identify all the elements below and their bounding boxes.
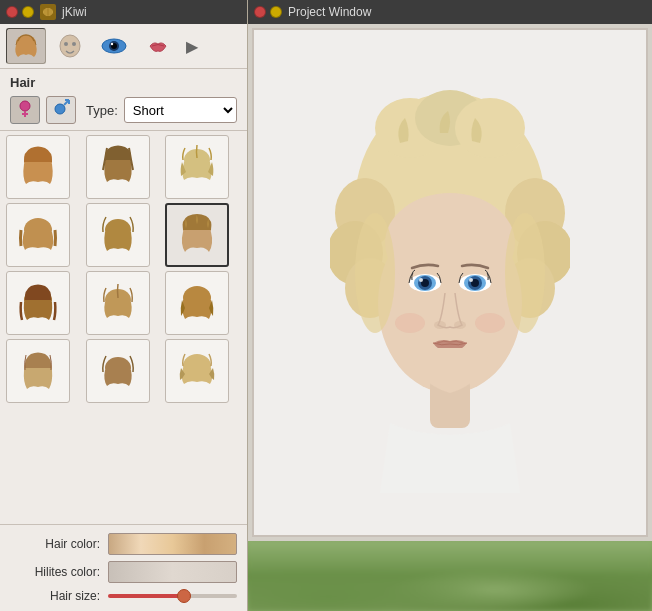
svg-point-17 <box>55 104 65 114</box>
hair-color-swatch[interactable] <box>108 533 237 555</box>
project-title-bar: Project Window <box>248 0 652 24</box>
svg-point-55 <box>469 278 473 282</box>
eyes-tool-button[interactable] <box>94 28 134 64</box>
svg-point-14 <box>20 101 30 111</box>
type-select[interactable]: Short Long Curly Wavy Straight <box>124 97 237 123</box>
project-title: Project Window <box>288 5 371 19</box>
hair-section-label: Hair <box>0 69 247 94</box>
window-controls <box>6 6 34 18</box>
svg-point-9 <box>72 42 76 46</box>
hair-item-9[interactable] <box>165 271 229 335</box>
svg-point-59 <box>475 313 505 333</box>
hair-item-6[interactable] <box>165 203 229 267</box>
hair-item-12[interactable] <box>165 339 229 403</box>
hair-size-slider[interactable] <box>108 594 237 598</box>
svg-point-42 <box>455 98 525 158</box>
highlights-color-swatch[interactable] <box>108 561 237 583</box>
bottom-controls: Hair color: Hilites color: Hair size: <box>0 524 247 611</box>
close-button[interactable] <box>6 6 18 18</box>
svg-point-57 <box>454 321 466 329</box>
project-min-button[interactable] <box>270 6 282 18</box>
hair-item-2[interactable] <box>86 135 150 199</box>
svg-point-7 <box>60 35 80 57</box>
app-title-bar: jKiwi <box>0 0 247 24</box>
app-icon <box>40 4 56 20</box>
hair-item-10[interactable] <box>6 339 70 403</box>
svg-point-56 <box>434 321 446 329</box>
type-label: Type: <box>86 103 118 118</box>
hair-item-4[interactable] <box>6 203 70 267</box>
background-strip <box>248 541 652 611</box>
hair-size-row: Hair size: <box>10 589 237 603</box>
hair-item-7[interactable] <box>6 271 70 335</box>
grass-background <box>248 541 652 611</box>
hair-item-8[interactable] <box>86 271 150 335</box>
hair-item-5[interactable] <box>86 203 150 267</box>
highlights-color-row: Hilites color: <box>10 561 237 583</box>
hair-grid-container <box>0 130 247 524</box>
svg-point-13 <box>111 43 113 45</box>
hair-size-slider-container <box>108 594 237 598</box>
hair-item-1[interactable] <box>6 135 70 199</box>
hair-size-label: Hair size: <box>10 589 100 603</box>
minimize-button[interactable] <box>22 6 34 18</box>
type-row: Type: Short Long Curly Wavy Straight <box>0 94 247 130</box>
svg-point-60 <box>355 213 395 333</box>
lips-tool-button[interactable] <box>138 28 178 64</box>
project-canvas <box>252 28 648 537</box>
highlights-label: Hilites color: <box>10 565 100 579</box>
face-tool-button[interactable] <box>50 28 90 64</box>
hair-grid <box>6 135 241 403</box>
right-panel: Project Window <box>248 0 652 611</box>
toolbar-more-button[interactable]: ▶ <box>182 37 202 56</box>
svg-point-58 <box>395 313 425 333</box>
project-close-button[interactable] <box>254 6 266 18</box>
hair-item-3[interactable] <box>165 135 229 199</box>
app-title: jKiwi <box>62 5 87 19</box>
main-toolbar: ▶ <box>0 24 247 69</box>
left-panel: jKiwi <box>0 0 248 611</box>
svg-point-50 <box>419 278 423 282</box>
male-gender-button[interactable] <box>46 96 76 124</box>
hair-tool-button[interactable] <box>6 28 46 64</box>
female-gender-button[interactable] <box>10 96 40 124</box>
hair-item-11[interactable] <box>86 339 150 403</box>
hair-color-row: Hair color: <box>10 533 237 555</box>
svg-point-45 <box>385 193 515 293</box>
project-window-controls <box>254 6 282 18</box>
svg-point-8 <box>64 42 68 46</box>
face-display <box>254 30 646 535</box>
face-svg <box>330 73 570 493</box>
svg-point-61 <box>505 213 545 333</box>
hair-color-label: Hair color: <box>10 537 100 551</box>
